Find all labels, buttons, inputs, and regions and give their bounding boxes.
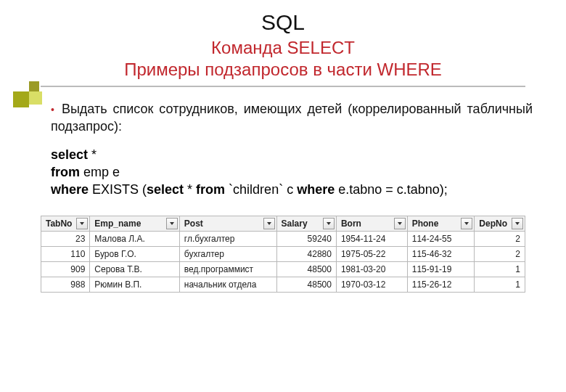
- sql-code: select * from emp e where EXISTS (select…: [51, 146, 533, 199]
- col-header-emp-name[interactable]: Emp_name: [90, 216, 179, 232]
- code-line-1: select *: [51, 146, 533, 163]
- col-header-born[interactable]: Born: [336, 216, 407, 232]
- table-header-row: TabNo Emp_name Post Salary Born Phone De…: [41, 216, 525, 232]
- result-table-wrap: TabNo Emp_name Post Salary Born Phone De…: [41, 216, 525, 293]
- cell-phone: 115-26-12: [407, 277, 475, 293]
- cell-depno: 1: [475, 262, 525, 277]
- col-header-salary[interactable]: Salary: [276, 216, 336, 232]
- cell-depno: 1: [475, 277, 525, 293]
- cell-salary: 48500: [276, 262, 336, 277]
- dropdown-icon[interactable]: [512, 218, 523, 229]
- dropdown-icon[interactable]: [166, 218, 178, 229]
- table-row: 23 Малова Л.А. гл.бухгалтер 59240 1954-1…: [41, 232, 525, 247]
- code-line-3: where EXISTS (select * from `children` c…: [51, 181, 533, 198]
- cell-depno: 2: [475, 247, 525, 262]
- cell-emp-name: Буров Г.О.: [90, 247, 179, 262]
- col-header-post[interactable]: Post: [179, 216, 276, 232]
- code-line-2: from emp e: [51, 163, 533, 181]
- cell-salary: 42880: [276, 247, 336, 262]
- cell-salary: 48500: [276, 277, 336, 293]
- cell-post: вед.программист: [179, 262, 276, 277]
- dropdown-icon[interactable]: [323, 218, 335, 229]
- cell-born: 1970-03-12: [336, 277, 407, 293]
- table-row: 909 Серова Т.В. вед.программист 48500 19…: [41, 262, 525, 277]
- cell-phone: 115-91-19: [407, 262, 475, 277]
- bullet-icon: •: [51, 104, 54, 115]
- cell-emp-name: Рюмин В.П.: [90, 277, 179, 293]
- title-subtitle-2: Примеры подзапросов в части WHERE: [0, 60, 566, 80]
- cell-tabno: 909: [41, 262, 90, 277]
- slide-header: SQL Команда SELECT Примеры подзапросов в…: [0, 0, 566, 80]
- col-header-tabno[interactable]: TabNo: [41, 216, 90, 232]
- table-row: 110 Буров Г.О. бухгалтер 42880 1975-05-2…: [41, 247, 525, 262]
- cell-post: начальник отдела: [179, 277, 276, 293]
- title-main: SQL: [0, 10, 566, 35]
- cell-emp-name: Серова Т.В.: [90, 262, 179, 277]
- divider: [41, 86, 525, 87]
- dropdown-icon[interactable]: [76, 218, 88, 229]
- cell-salary: 59240: [276, 232, 336, 247]
- col-header-depno[interactable]: DepNo: [475, 216, 525, 232]
- cell-born: 1975-05-22: [336, 247, 407, 262]
- cell-phone: 115-46-32: [407, 247, 475, 262]
- cell-phone: 114-24-55: [407, 232, 475, 247]
- bullet-text: Выдать список сотрудников, имеющих детей…: [51, 102, 533, 134]
- col-header-phone[interactable]: Phone: [407, 216, 475, 232]
- dropdown-icon[interactable]: [263, 218, 275, 229]
- cell-post: бухгалтер: [179, 247, 276, 262]
- cell-depno: 2: [475, 232, 525, 247]
- result-table: TabNo Emp_name Post Salary Born Phone De…: [41, 216, 525, 293]
- cell-tabno: 110: [41, 247, 90, 262]
- bullet-paragraph: •Выдать список сотрудников, имеющих дете…: [51, 100, 533, 136]
- table-row: 988 Рюмин В.П. начальник отдела 48500 19…: [41, 277, 525, 293]
- cell-born: 1954-11-24: [336, 232, 407, 247]
- cell-emp-name: Малова Л.А.: [90, 232, 179, 247]
- dropdown-icon[interactable]: [394, 218, 406, 229]
- table-body: 23 Малова Л.А. гл.бухгалтер 59240 1954-1…: [41, 232, 525, 293]
- cell-tabno: 23: [41, 232, 90, 247]
- title-subtitle-1: Команда SELECT: [0, 38, 566, 58]
- dropdown-icon[interactable]: [461, 218, 472, 229]
- cell-born: 1981-03-20: [336, 262, 407, 277]
- cell-tabno: 988: [41, 277, 90, 293]
- cell-post: гл.бухгалтер: [179, 232, 276, 247]
